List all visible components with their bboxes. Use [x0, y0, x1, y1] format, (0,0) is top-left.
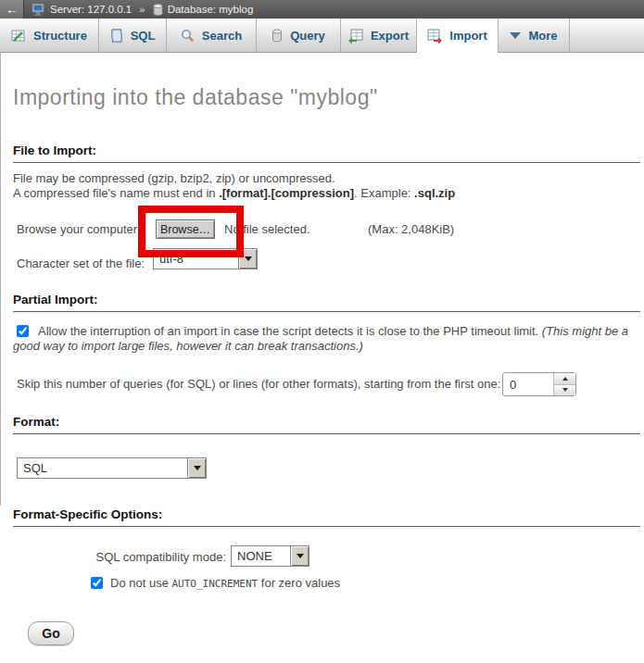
tab-export[interactable]: Export — [341, 19, 417, 53]
line2-format-pattern: .[format].[compression] — [219, 186, 354, 200]
spinner-up-icon — [562, 377, 568, 381]
skip-queries-label: Skip this number of queries (for SQL) or… — [17, 377, 500, 391]
autoinc-prefix: Do not use — [110, 576, 172, 590]
allow-interruption-checkbox[interactable] — [17, 325, 29, 337]
tab-label: SQL — [131, 29, 156, 43]
charset-select-value: utf-8 — [154, 249, 238, 269]
max-size-text: (Max: 2,048KiB) — [368, 222, 454, 236]
charset-label: Character set of the file: — [17, 256, 145, 270]
go-button[interactable]: Go — [28, 621, 74, 645]
tab-label: Search — [202, 29, 242, 43]
dropdown-arrow-icon[interactable] — [238, 249, 257, 269]
tabbar-divider — [0, 52, 644, 53]
spinner-down-icon — [562, 388, 568, 392]
tab-import[interactable]: Import — [417, 19, 499, 53]
page-title: Importing into the database "myblog" — [13, 85, 378, 110]
line2-example: .sql.zip — [414, 186, 455, 200]
sql-compatibility-select[interactable]: NONE — [231, 545, 309, 567]
dropdown-arrow-icon[interactable] — [290, 546, 309, 566]
breadcrumb-bar: ← Server: 127.0.0.1 » Database: myblog — [0, 0, 644, 19]
sql-compatibility-value: NONE — [232, 546, 290, 566]
format-select-value: SQL — [18, 458, 187, 478]
structure-icon — [11, 29, 26, 44]
auto-increment-checkbox[interactable] — [91, 577, 103, 589]
tab-label: Structure — [33, 29, 87, 43]
breadcrumb-server-link[interactable]: Server: 127.0.0.1 — [50, 4, 132, 15]
database-icon — [153, 4, 163, 16]
section-heading-format-options: Format-Specific Options: — [13, 507, 640, 527]
sql-compatibility-label: SQL compatibility mode: — [13, 550, 226, 564]
autoinc-suffix: for zero values — [258, 576, 340, 590]
compression-info-line2: A compressed file's name must end in .[f… — [13, 186, 455, 200]
query-icon — [271, 29, 283, 43]
section-heading-partial-import: Partial Import: — [13, 293, 640, 312]
no-file-selected-text: No file selected. — [224, 222, 310, 236]
auto-increment-row: Do not use AUTO_INCREMENT for zero value… — [91, 576, 340, 590]
skip-queries-spinner — [502, 372, 576, 396]
section-heading-format: Format: — [13, 415, 640, 434]
export-icon — [348, 29, 363, 44]
search-icon — [181, 29, 195, 43]
autoinc-code: AUTO_INCREMENT — [172, 578, 259, 590]
allow-interruption-text: Allow the interruption of an import in c… — [38, 324, 542, 338]
breadcrumb-separator: » — [139, 4, 145, 15]
skip-queries-input[interactable] — [503, 373, 553, 395]
tab-bar: Structure SQL Search Query Export — [0, 19, 644, 53]
line2-mid: . Example: — [354, 186, 414, 200]
back-arrow-icon: ← — [6, 3, 18, 17]
tab-structure[interactable]: Structure — [0, 19, 99, 53]
tab-label: Import — [449, 29, 486, 43]
breadcrumb: Server: 127.0.0.1 » Database: myblog — [32, 4, 253, 16]
tab-label: More — [528, 29, 557, 43]
content-left-border — [0, 53, 1, 506]
line2-prefix: A compressed file's name must end in — [13, 186, 219, 200]
tab-query[interactable]: Query — [257, 19, 341, 53]
server-icon — [32, 4, 45, 16]
import-icon — [427, 29, 442, 44]
spinner-up-button[interactable] — [554, 373, 575, 385]
browse-computer-label: Browse your computer: — [17, 222, 141, 236]
allow-interruption-row: Allow the interruption of an import in c… — [13, 324, 639, 354]
charset-select[interactable]: utf-8 — [153, 248, 258, 269]
format-select[interactable]: SQL — [17, 457, 207, 479]
auto-increment-label: Do not use AUTO_INCREMENT for zero value… — [110, 576, 340, 590]
chevron-down-icon — [510, 32, 521, 39]
compression-info-line1: File may be compressed (gzip, bzip2, zip… — [13, 171, 335, 185]
section-heading-file-to-import: File to Import: — [13, 144, 640, 163]
tab-sql[interactable]: SQL — [99, 19, 167, 53]
tab-more[interactable]: More — [499, 19, 570, 53]
spinner-buttons — [553, 373, 575, 395]
breadcrumb-database-link[interactable]: Database: myblog — [168, 4, 254, 15]
tab-label: Export — [371, 29, 409, 43]
browse-button[interactable]: Browse… — [156, 219, 215, 239]
back-button[interactable]: ← — [0, 0, 24, 19]
spinner-down-button[interactable] — [554, 385, 575, 396]
tab-search[interactable]: Search — [167, 19, 257, 53]
dropdown-arrow-icon[interactable] — [187, 458, 206, 478]
tab-label: Query — [290, 29, 325, 43]
sql-icon — [110, 29, 123, 44]
